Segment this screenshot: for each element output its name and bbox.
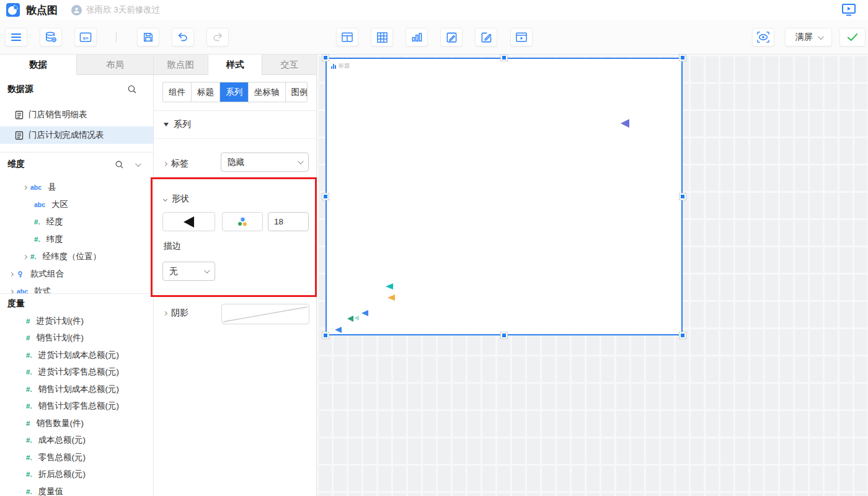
scatter-point[interactable] [386, 283, 393, 290]
dimension-item[interactable]: abc 大区 [0, 196, 153, 213]
undo-icon[interactable] [172, 28, 194, 46]
datasource-title: 数据源 [7, 84, 33, 95]
app-root: 散点图 张雨欣 3天前修改过 [0, 0, 868, 496]
dimension-item[interactable]: #. 经度 [0, 213, 153, 231]
measure-item[interactable]: #.销售计划零售总额(元) [0, 398, 153, 415]
tab-style[interactable]: 样式 [208, 55, 263, 75]
subtab-component[interactable]: 组件 [163, 82, 192, 102]
measure-label: 销售数量(件) [36, 418, 84, 429]
label-row-title[interactable]: 标签 [164, 158, 188, 169]
subtab-series[interactable]: 系列 [220, 82, 249, 102]
measure-item[interactable]: #销售计划(件) [0, 330, 153, 347]
number-field-icon: #. [26, 368, 32, 376]
stroke-dropdown[interactable]: 无 [162, 262, 215, 281]
tab-data[interactable]: 数据 [0, 55, 77, 75]
dimension-label: 大区 [51, 199, 68, 210]
resize-handle-s[interactable] [501, 332, 507, 339]
dimension-item[interactable]: #. 纬度 [0, 231, 153, 248]
key-icon [17, 270, 25, 278]
label-visibility-dropdown[interactable]: 隐藏 [221, 153, 309, 172]
chevron-right-icon[interactable] [9, 289, 14, 293]
dimension-label: 款式组合 [30, 268, 64, 280]
subtab-title[interactable]: 标题 [192, 82, 220, 102]
marker-shape-button[interactable] [162, 212, 215, 231]
redo-icon[interactable] [206, 28, 229, 46]
resize-handle-ne[interactable] [680, 55, 686, 61]
measure-label: 度量值 [38, 486, 64, 496]
scatter-point[interactable] [335, 327, 342, 333]
triangle-down-icon [164, 123, 169, 126]
resize-handle-w[interactable] [322, 193, 329, 200]
datasource-header: 数据源 [0, 80, 153, 99]
tab-interaction[interactable]: 交互 [262, 55, 316, 74]
marker-size-input[interactable] [268, 212, 309, 231]
datasource-item-selected[interactable]: 门店计划完成情况表 [0, 126, 153, 144]
shape-section-header[interactable]: 形状 [164, 193, 316, 205]
dashboard-workspace[interactable]: 标题 [317, 55, 868, 496]
chevron-right-icon[interactable] [23, 185, 27, 189]
measure-item[interactable]: #.零售总额(元) [0, 449, 153, 466]
datasource-item-label: 门店计划完成情况表 [29, 130, 104, 141]
chart-icon[interactable] [405, 28, 428, 46]
resize-handle-se[interactable] [680, 332, 686, 339]
chevron-right-icon[interactable] [23, 254, 27, 259]
measure-item[interactable]: #.进货计划零售总额(元) [0, 364, 153, 381]
main-area: 数据 布局 数据源 门店销售明细表 门店计划完成情况表 [0, 55, 868, 496]
resize-handle-e[interactable] [680, 193, 686, 200]
shadow-style-button[interactable] [221, 304, 309, 324]
measures-title: 度量 [7, 298, 25, 309]
play-panel-icon[interactable] [510, 28, 533, 46]
subtab-axis[interactable]: 坐标轴 [249, 82, 286, 102]
search-icon[interactable] [115, 160, 124, 169]
search-icon[interactable] [127, 84, 137, 94]
confirm-button[interactable] [839, 28, 866, 46]
scatter-point[interactable] [621, 119, 629, 128]
measure-item[interactable]: #销售数量(件) [0, 415, 153, 432]
scatter-point[interactable] [361, 310, 368, 316]
measure-item[interactable]: #.折后总额(元) [0, 466, 153, 484]
measure-item[interactable]: #.成本总额(元) [0, 432, 153, 450]
present-screen-icon[interactable] [838, 2, 859, 18]
dimension-item[interactable]: 款式组合 [0, 265, 153, 283]
preview-eye-icon[interactable] [752, 28, 774, 46]
edit-icon[interactable] [440, 28, 463, 46]
measure-item[interactable]: #.销售计划成本总额(元) [0, 381, 153, 398]
measure-item[interactable]: #.进货计划成本总额(元) [0, 347, 153, 364]
dimension-item[interactable]: abc 款式 [0, 283, 153, 293]
chart-widget-canvas[interactable]: 标题 [326, 58, 683, 335]
fullscreen-label: 满屏 [795, 32, 813, 43]
series-section-header[interactable]: 系列 [154, 111, 316, 139]
formula-icon[interactable]: x= [74, 28, 97, 46]
measure-item[interactable]: #进货计划(件) [0, 312, 153, 330]
text-field-icon: abc [30, 184, 42, 191]
save-icon[interactable] [137, 28, 159, 46]
resize-handle-n[interactable] [501, 55, 507, 61]
tab-layout[interactable]: 布局 [77, 55, 153, 74]
shadow-row-title[interactable]: 阴影 [164, 308, 188, 319]
user-avatar-icon [71, 5, 82, 16]
resize-handle-sw[interactable] [322, 332, 329, 339]
dimension-item[interactable]: abc 县 [0, 179, 153, 196]
scatter-point[interactable] [354, 316, 359, 321]
menu-icon[interactable] [5, 28, 27, 46]
datasource-item[interactable]: 门店销售明细表 [0, 106, 153, 123]
collapse-chevron-icon[interactable] [135, 161, 141, 167]
number-field-icon: #. [30, 253, 37, 260]
svg-text:x=: x= [83, 35, 89, 41]
measure-item[interactable]: #.度量值 [0, 483, 153, 496]
subtab-legend[interactable]: 图例 [286, 82, 308, 102]
dashboard-layout-icon[interactable] [336, 28, 358, 46]
datasource-icon[interactable] [40, 28, 62, 46]
fullscreen-dropdown[interactable]: 满屏 [785, 28, 832, 46]
edit-note-icon[interactable] [475, 28, 497, 46]
sidebar-tabs: 数据 布局 [0, 55, 153, 75]
dimension-item[interactable]: #. 经纬度（位置） [0, 248, 153, 265]
grid-table-icon[interactable] [371, 28, 393, 46]
marker-color-button[interactable] [222, 212, 263, 231]
resize-handle-nw[interactable] [322, 55, 329, 61]
tab-scatter[interactable]: 散点图 [154, 55, 208, 74]
scatter-point[interactable] [347, 316, 353, 322]
number-field-icon: #. [26, 454, 32, 461]
chevron-right-icon[interactable] [9, 272, 14, 276]
scatter-point[interactable] [388, 294, 395, 301]
